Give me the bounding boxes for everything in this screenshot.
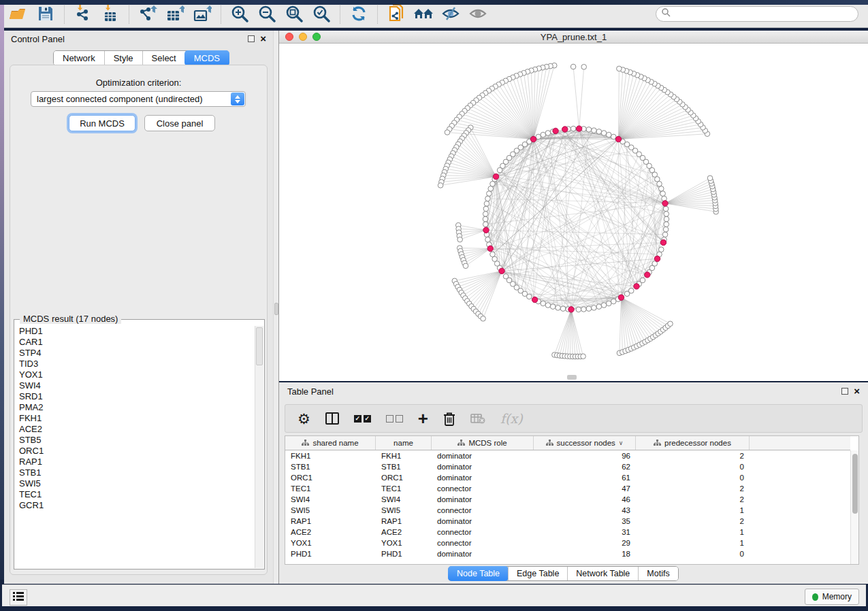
- open-folder-icon: [9, 6, 28, 21]
- list-item[interactable]: STB5: [19, 435, 255, 446]
- list-item[interactable]: SWI4: [19, 380, 255, 391]
- zoom-in-button[interactable]: [229, 3, 250, 24]
- scrollbar-thumb[interactable]: [256, 327, 263, 365]
- mcds-list-scrollbar[interactable]: [255, 326, 263, 568]
- zoom-in-icon: [231, 5, 248, 22]
- search-box[interactable]: [656, 6, 858, 22]
- table-cell: SWI4: [376, 495, 432, 503]
- zoom-selected-button[interactable]: [311, 3, 332, 24]
- table-row[interactable]: RAP1RAP1dominator352: [285, 516, 850, 527]
- table-row[interactable]: SWI4SWI4dominator462: [285, 494, 850, 505]
- mcds-result-list[interactable]: PHD1CAR1STP4TID3YOX1SWI4SRD1PMA2FKH1ACE2…: [15, 326, 255, 568]
- list-item[interactable]: ACE2: [19, 424, 255, 435]
- deselect-all-columns-icon[interactable]: [386, 415, 403, 423]
- tab-node-table[interactable]: Node Table: [448, 566, 509, 581]
- column-header-shared-name[interactable]: shared name: [285, 436, 376, 450]
- export-network-button[interactable]: [138, 3, 158, 24]
- table-row[interactable]: ACE2ACE2connector311: [285, 527, 850, 538]
- column-header-mcds-role[interactable]: MCDS role: [432, 436, 534, 450]
- column-header-predecessor-nodes[interactable]: predecessor nodes: [636, 436, 750, 450]
- network-window-titlebar[interactable]: YPA_prune.txt_1: [279, 31, 868, 44]
- close-table-panel-icon[interactable]: ×: [854, 388, 860, 395]
- optimization-criterion-select[interactable]: largest connected component (undirected): [31, 91, 246, 107]
- table-row[interactable]: STB1STB1dominator620: [285, 461, 850, 472]
- zoom-selected-icon: [312, 5, 330, 22]
- list-item[interactable]: GCR1: [19, 500, 255, 511]
- zoom-out-icon: [258, 5, 276, 22]
- list-icon: [13, 591, 24, 604]
- zoom-fit-button[interactable]: [284, 3, 304, 24]
- network-graph[interactable]: [279, 44, 868, 381]
- close-panel-button[interactable]: Close panel: [144, 115, 215, 131]
- tab-network-table[interactable]: Network Table: [567, 567, 638, 580]
- tab-select[interactable]: Select: [142, 51, 185, 65]
- list-item[interactable]: ORC1: [19, 446, 255, 457]
- float-panel-icon[interactable]: [248, 35, 255, 42]
- network-canvas[interactable]: [279, 44, 868, 381]
- open-file-button[interactable]: [8, 3, 29, 24]
- show-graphics-button[interactable]: [468, 3, 488, 24]
- table-cell: TEC1: [376, 484, 432, 493]
- float-table-panel-icon[interactable]: [841, 388, 848, 395]
- table-row[interactable]: FKH1FKH1dominator962: [285, 450, 850, 461]
- list-item[interactable]: PMA2: [19, 402, 255, 413]
- task-history-button[interactable]: [10, 589, 27, 606]
- search-input[interactable]: [671, 7, 858, 21]
- tab-edge-table[interactable]: Edge Table: [508, 567, 567, 580]
- table-row[interactable]: ORC1ORC1dominator610: [285, 472, 850, 483]
- list-item[interactable]: STB1: [19, 467, 255, 478]
- import-network-button[interactable]: [73, 3, 93, 24]
- list-item[interactable]: STP4: [19, 348, 255, 359]
- export-image-button[interactable]: [192, 3, 212, 24]
- eye-icon: [468, 5, 487, 22]
- export-table-button[interactable]: [165, 3, 185, 24]
- desktop-wallpaper-strip: [0, 0, 868, 5]
- scrollbar-thumb[interactable]: [852, 454, 858, 514]
- list-item[interactable]: SRD1: [19, 391, 255, 402]
- import-table-button[interactable]: [100, 3, 120, 24]
- table-row[interactable]: PHD1PHD1dominator180: [285, 548, 850, 559]
- table-row[interactable]: TEC1TEC1connector472: [285, 483, 850, 494]
- tab-network[interactable]: Network: [54, 51, 104, 65]
- list-item[interactable]: TEC1: [19, 489, 255, 500]
- eye-slash-icon: [441, 5, 460, 22]
- list-item[interactable]: FKH1: [19, 413, 255, 424]
- list-item[interactable]: TID3: [19, 359, 255, 369]
- panel-splitter[interactable]: [273, 31, 279, 584]
- table-cell: 43: [534, 506, 636, 514]
- select-stepper-icon[interactable]: [231, 93, 244, 105]
- tab-motifs[interactable]: Motifs: [638, 567, 677, 580]
- close-panel-icon[interactable]: ×: [260, 35, 266, 42]
- save-session-button[interactable]: [35, 3, 56, 24]
- splitter-grip[interactable]: [274, 303, 278, 315]
- list-item[interactable]: RAP1: [19, 457, 255, 467]
- table-cell: 2: [636, 517, 750, 525]
- clone-network-button[interactable]: [386, 3, 406, 24]
- table-scrollbar[interactable]: [850, 450, 858, 564]
- table-body[interactable]: FKH1FKH1dominator962STB1STB1dominator620…: [285, 450, 850, 564]
- refresh-layout-button[interactable]: [349, 3, 369, 24]
- tab-style[interactable]: Style: [104, 51, 142, 65]
- list-item[interactable]: YOX1: [19, 369, 255, 380]
- column-header-name[interactable]: name: [376, 436, 432, 450]
- table-settings-icon[interactable]: ⚙: [298, 412, 310, 426]
- home-pages-button[interactable]: [413, 3, 434, 24]
- select-all-columns-icon[interactable]: ✓ ✓: [354, 415, 371, 423]
- hide-graphics-button[interactable]: [440, 3, 461, 24]
- list-item[interactable]: PHD1: [19, 326, 255, 337]
- canvas-hscroll-thumb[interactable]: [567, 375, 577, 380]
- table-row[interactable]: YOX1YOX1connector291: [285, 538, 850, 548]
- add-column-icon[interactable]: +: [418, 412, 428, 425]
- tab-mcds[interactable]: MCDS: [184, 50, 229, 66]
- memory-button[interactable]: Memory: [805, 589, 859, 605]
- zoom-out-button[interactable]: [257, 3, 277, 24]
- list-item[interactable]: SWI5: [19, 478, 255, 489]
- list-item[interactable]: CAR1: [19, 337, 255, 348]
- column-header-successor-nodes[interactable]: successor nodes ∨: [534, 436, 636, 450]
- column-layout-icon[interactable]: [325, 412, 339, 425]
- delete-column-icon[interactable]: [443, 412, 455, 426]
- run-mcds-button[interactable]: Run MCDS: [69, 115, 135, 131]
- attribute-icon: [457, 440, 465, 446]
- table-row[interactable]: SWI5SWI5connector431: [285, 505, 850, 516]
- memory-status-icon: [812, 593, 818, 601]
